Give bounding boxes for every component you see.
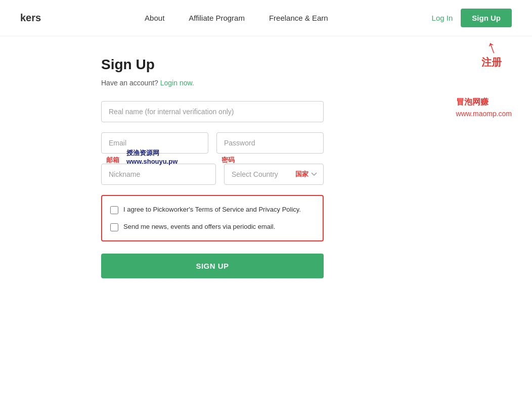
center-annotation: 授渔资源网 www.shouyu.pw	[126, 149, 178, 165]
nav-actions: Log In Sign Up	[432, 9, 512, 27]
nav-links: About Affiliate Program Freelance & Earn	[145, 14, 328, 22]
terms-label: I agree to Pickoworker's Terms of Servic…	[123, 205, 301, 214]
nav-about[interactable]: About	[145, 14, 164, 22]
checkboxes-area: I agree to Pickoworker's Terms of Servic…	[101, 195, 324, 241]
real-name-input[interactable]	[101, 101, 324, 122]
newsletter-checkbox[interactable]	[110, 223, 118, 231]
nickname-country-row: Select Country 国家	[101, 164, 324, 185]
real-name-group	[101, 101, 324, 122]
header: kers About Affiliate Program Freelance &…	[0, 0, 532, 36]
email-annotation: 邮箱	[106, 156, 119, 165]
nav-affiliate[interactable]: Affiliate Program	[189, 14, 245, 22]
right-annotations: 冒泡网赚 www.maomp.com	[456, 97, 512, 118]
annotation-blue-line2: www.shouyu.pw	[126, 158, 178, 165]
signup-nav-button[interactable]: Sign Up	[461, 9, 512, 27]
nickname-input[interactable]	[101, 164, 216, 185]
nav-freelance[interactable]: Freelance & Earn	[269, 14, 328, 22]
login-now-link[interactable]: Login now.	[160, 79, 194, 87]
signup-annotation: ↑ 注册	[481, 36, 502, 69]
have-account-text: Have an account? Login now.	[101, 79, 324, 87]
newsletter-checkbox-item: Send me news, events and offers via peri…	[110, 222, 315, 231]
terms-checkbox[interactable]	[110, 206, 118, 214]
signup-form: Sign Up Have an account? Login now. 邮箱 密…	[101, 57, 324, 278]
newsletter-label: Send me news, events and offers via peri…	[123, 222, 275, 231]
main-content: Sign Up Have an account? Login now. 邮箱 密…	[0, 36, 532, 299]
signup-submit-button[interactable]: SIGN UP	[101, 254, 324, 278]
logo: kers	[20, 12, 41, 24]
country-select[interactable]: Select Country	[224, 164, 324, 185]
password-input[interactable]	[216, 132, 324, 154]
page-title: Sign Up	[101, 57, 324, 73]
annotation-blue-line1: 授渔资源网	[126, 149, 178, 158]
right-annotation-line1: 冒泡网赚	[456, 97, 512, 108]
login-link[interactable]: Log In	[432, 14, 453, 22]
right-annotation-line2: www.maomp.com	[456, 110, 512, 118]
terms-checkbox-item: I agree to Pickoworker's Terms of Servic…	[110, 205, 315, 214]
